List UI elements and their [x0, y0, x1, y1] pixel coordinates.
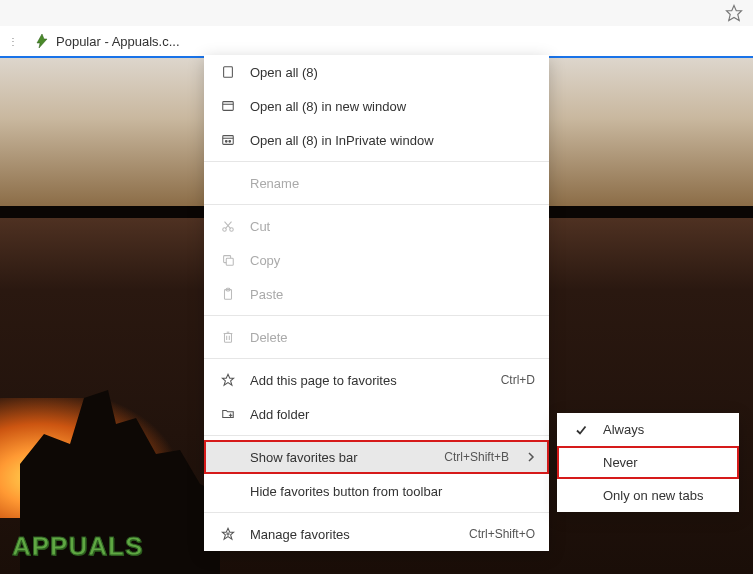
context-menu-favorites: Open all (8) Open all (8) in new window … [204, 55, 549, 551]
bookmark-popular[interactable]: Popular - Appuals.c... [26, 30, 188, 52]
submenu-always[interactable]: Always [557, 413, 739, 446]
menu-label: Manage favorites [250, 527, 455, 542]
star-icon[interactable] [725, 4, 743, 22]
menu-separator [204, 512, 549, 513]
svg-rect-1 [224, 67, 233, 78]
menu-open-all[interactable]: Open all (8) [204, 55, 549, 89]
menu-show-favorites-bar[interactable]: Show favorites bar Ctrl+Shift+B [204, 440, 549, 474]
blank-icon [220, 483, 236, 499]
menu-cut: Cut [204, 209, 549, 243]
menu-label: Cut [250, 219, 535, 234]
menu-label: Only on new tabs [603, 488, 725, 503]
delete-icon [220, 329, 236, 345]
menu-rename: Rename [204, 166, 549, 200]
menu-label: Never [603, 455, 725, 470]
menu-hide-favorites-button[interactable]: Hide favorites button from toolbar [204, 474, 549, 508]
blank-icon [220, 175, 236, 191]
menu-shortcut: Ctrl+Shift+B [444, 450, 509, 464]
menu-label: Always [603, 422, 725, 437]
star-gear-icon [220, 526, 236, 542]
svg-rect-2 [223, 102, 234, 111]
menu-add-folder[interactable]: Add folder [204, 397, 549, 431]
submenu-show-favorites-bar: Always Never Only on new tabs [557, 413, 739, 512]
menu-label: Add this page to favorites [250, 373, 487, 388]
menu-shortcut: Ctrl+D [501, 373, 535, 387]
overflow-indicator[interactable]: ⋮ [8, 36, 18, 47]
paste-icon [220, 286, 236, 302]
star-outline-icon [220, 372, 236, 388]
menu-label: Delete [250, 330, 535, 345]
menu-paste: Paste [204, 277, 549, 311]
menu-label: Show favorites bar [250, 450, 430, 465]
browser-chrome: ⋮ Popular - Appuals.c... [0, 0, 753, 58]
menu-label: Rename [250, 176, 535, 191]
menu-separator [204, 204, 549, 205]
check-icon [573, 424, 589, 436]
menu-open-all-window[interactable]: Open all (8) in new window [204, 89, 549, 123]
menu-separator [204, 161, 549, 162]
menu-manage-favorites[interactable]: Manage favorites Ctrl+Shift+O [204, 517, 549, 551]
blank-icon [220, 449, 236, 465]
menu-label: Paste [250, 287, 535, 302]
window-icon [220, 98, 236, 114]
svg-point-6 [225, 140, 227, 142]
submenu-never[interactable]: Never [557, 446, 739, 479]
menu-label: Add folder [250, 407, 535, 422]
inprivate-icon [220, 132, 236, 148]
menu-separator [204, 315, 549, 316]
svg-marker-0 [727, 6, 742, 21]
menu-label: Copy [250, 253, 535, 268]
svg-point-7 [229, 140, 231, 142]
menu-separator [204, 435, 549, 436]
menu-label: Hide favorites button from toolbar [250, 484, 535, 499]
copy-icon [220, 252, 236, 268]
menu-separator [204, 358, 549, 359]
menu-add-page[interactable]: Add this page to favorites Ctrl+D [204, 363, 549, 397]
toolbar [0, 0, 753, 26]
menu-open-all-inprivate[interactable]: Open all (8) in InPrivate window [204, 123, 549, 157]
bookmark-label: Popular - Appuals.c... [56, 34, 180, 49]
menu-shortcut: Ctrl+Shift+O [469, 527, 535, 541]
appuals-logo: APPUALS [12, 531, 143, 562]
cut-icon [220, 218, 236, 234]
menu-label: Open all (8) [250, 65, 535, 80]
menu-label: Open all (8) in InPrivate window [250, 133, 535, 148]
folder-add-icon [220, 406, 236, 422]
document-icon [220, 64, 236, 80]
svg-rect-13 [226, 258, 233, 265]
menu-copy: Copy [204, 243, 549, 277]
submenu-new-tabs[interactable]: Only on new tabs [557, 479, 739, 512]
svg-marker-21 [222, 374, 233, 385]
chevron-right-icon [527, 451, 535, 463]
menu-delete: Delete [204, 320, 549, 354]
favorites-bar: ⋮ Popular - Appuals.c... [0, 26, 753, 56]
svg-rect-4 [223, 136, 234, 145]
favicon-appuals [34, 33, 50, 49]
menu-label: Open all (8) in new window [250, 99, 535, 114]
svg-rect-16 [225, 334, 232, 343]
